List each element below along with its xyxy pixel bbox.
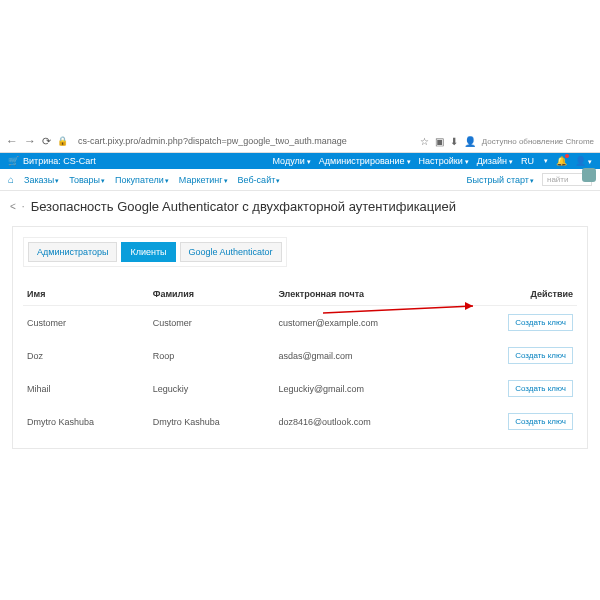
page-header: < · Безопасность Google Authenticator с … — [0, 191, 600, 222]
nav-marketing[interactable]: Маркетинг▾ — [179, 175, 228, 185]
col-lastname: Фамилия — [149, 283, 275, 306]
col-email: Электронная почта — [274, 283, 454, 306]
create-key-button[interactable]: Создать ключ — [508, 413, 573, 430]
breadcrumb-back-icon[interactable]: < — [10, 201, 16, 212]
table-row: Dmytro KashubaDmytro Kashubadoz8416@outl… — [23, 405, 577, 438]
address-bar[interactable]: cs-cart.pixy.pro/admin.php?dispatch=pw_g… — [74, 134, 414, 148]
content-panel: Администраторы Клиенты Google Authentica… — [12, 226, 588, 449]
breadcrumb-sep-icon: · — [22, 201, 25, 212]
menu-settings[interactable]: Настройки▾ — [419, 156, 469, 166]
lock-icon: 🔒 — [57, 136, 68, 146]
table-row: MihailLeguckiyLeguckiy@gmail.comСоздать … — [23, 372, 577, 405]
cell-lastname: Dmytro Kashuba — [149, 405, 275, 438]
download-icon[interactable]: ⬇ — [450, 136, 458, 147]
main-nav: ⌂ Заказы▾ Товары▾ Покупатели▾ Маркетинг▾… — [0, 169, 600, 191]
cell-name: Customer — [23, 306, 149, 340]
user-menu[interactable]: 👤▾ — [575, 156, 592, 166]
nav-website[interactable]: Веб-сайт▾ — [238, 175, 281, 185]
extension-icon[interactable]: ▣ — [435, 136, 444, 147]
col-name: Имя — [23, 283, 149, 306]
menu-modules[interactable]: Модули▾ — [273, 156, 311, 166]
col-action: Действие — [455, 283, 577, 306]
forward-icon[interactable]: → — [24, 134, 36, 148]
create-key-button[interactable]: Создать ключ — [508, 314, 573, 331]
profile-icon[interactable]: 👤 — [464, 136, 476, 147]
tab-clients[interactable]: Клиенты — [121, 242, 175, 262]
tab-admins[interactable]: Администраторы — [28, 242, 117, 262]
cell-email: asdas@gmail.com — [274, 339, 454, 372]
admin-topbar: 🛒 Витрина: CS-Cart Модули▾ Администриров… — [0, 153, 600, 169]
tab-google-authenticator[interactable]: Google Authenticator — [180, 242, 282, 262]
cell-email: customer@example.com — [274, 306, 454, 340]
cell-lastname: Roop — [149, 339, 275, 372]
nav-products[interactable]: Товары▾ — [69, 175, 105, 185]
create-key-button[interactable]: Создать ключ — [508, 380, 573, 397]
menu-design[interactable]: Дизайн▾ — [477, 156, 513, 166]
back-icon[interactable]: ← — [6, 134, 18, 148]
cell-email: doz8416@outlook.com — [274, 405, 454, 438]
table-row: DozRoopasdas@gmail.comСоздать ключ — [23, 339, 577, 372]
cell-lastname: Customer — [149, 306, 275, 340]
cell-name: Mihail — [23, 372, 149, 405]
nav-quickstart[interactable]: Быстрый старт▾ — [467, 175, 534, 185]
nav-orders[interactable]: Заказы▾ — [24, 175, 59, 185]
create-key-button[interactable]: Создать ключ — [508, 347, 573, 364]
cell-name: Doz — [23, 339, 149, 372]
home-icon[interactable]: ⌂ — [8, 174, 14, 185]
cell-email: Leguckiy@gmail.com — [274, 372, 454, 405]
cart-icon: 🛒 — [8, 156, 19, 166]
lang-selector[interactable]: RU▾ — [521, 156, 548, 166]
storefront-selector[interactable]: 🛒 Витрина: CS-Cart — [8, 156, 96, 166]
reload-icon[interactable]: ⟳ — [42, 135, 51, 148]
menu-administration[interactable]: Администрирование▾ — [319, 156, 411, 166]
tab-group: Администраторы Клиенты Google Authentica… — [23, 237, 287, 267]
chrome-update-notice[interactable]: Доступно обновление Chrome — [482, 137, 594, 146]
helper-widget-icon[interactable] — [582, 168, 596, 182]
browser-toolbar: ← → ⟳ 🔒 cs-cart.pixy.pro/admin.php?dispa… — [0, 130, 600, 153]
nav-customers[interactable]: Покупатели▾ — [115, 175, 169, 185]
star-icon[interactable]: ☆ — [420, 136, 429, 147]
notifications-icon[interactable]: 🔔 — [556, 156, 567, 166]
table-row: CustomerCustomercustomer@example.comСозд… — [23, 306, 577, 340]
cell-name: Dmytro Kashuba — [23, 405, 149, 438]
page-title: Безопасность Google Authenticator с двух… — [31, 199, 456, 214]
cell-lastname: Leguckiy — [149, 372, 275, 405]
users-table: Имя Фамилия Электронная почта Действие C… — [23, 283, 577, 438]
